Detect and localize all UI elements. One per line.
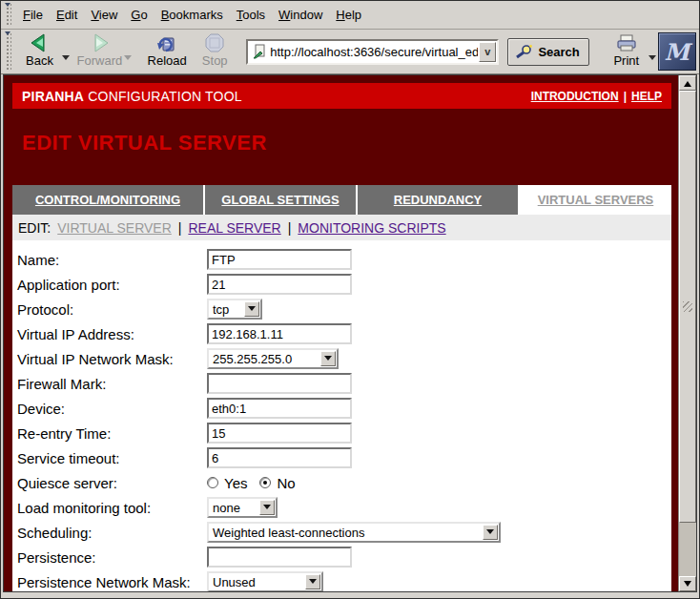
re-entry-time-input[interactable]	[207, 423, 352, 444]
persistence-label: Persistence:	[17, 549, 207, 566]
field-row-persistence: Persistence:	[17, 545, 671, 569]
field-row-scheduling: Scheduling:Weighted least-connections	[17, 520, 671, 545]
tab-control-monitoring-label: CONTROL/MONITORING	[35, 193, 180, 207]
virtual-server-form: Name:Application port:Protocol:tcpVirtua…	[12, 240, 671, 591]
mozilla-logo-letter: M	[665, 38, 690, 66]
virtual-ip-network-mask-select[interactable]: 255.255.255.0	[207, 348, 339, 369]
introduction-link[interactable]: INTRODUCTION	[531, 90, 619, 103]
menu-go[interactable]: Go	[124, 5, 154, 25]
banner-link-separator: |	[624, 90, 627, 103]
menu-window[interactable]: Window	[272, 5, 329, 25]
stop-button[interactable]: Stop	[195, 31, 235, 72]
menu-window-accel: W	[278, 8, 290, 22]
back-dropdown-icon[interactable]	[62, 55, 70, 64]
protocol-select[interactable]: tcp	[207, 299, 262, 320]
forward-icon	[88, 32, 111, 53]
tab-redundancy-label: REDUNDANCY	[394, 193, 482, 207]
device-label: Device:	[17, 401, 207, 417]
subnav-virtual-server: VIRTUAL SERVER	[57, 220, 172, 236]
menu-tools-accel: T	[237, 8, 243, 22]
forward-label: Forward	[77, 53, 123, 68]
navigation-toolbar: Back Forward	[1, 30, 699, 74]
scheduling-select-value: Weighted least-connections	[209, 526, 483, 540]
scroll-up-arrow-icon	[684, 77, 691, 87]
reload-icon	[156, 32, 177, 53]
print-button[interactable]: Print	[607, 31, 647, 72]
url-input[interactable]	[269, 43, 479, 61]
application-port-input[interactable]	[207, 274, 352, 295]
search-button[interactable]: Search	[507, 38, 588, 66]
field-row-name: Name:	[17, 247, 671, 272]
load-monitoring-tool-select-value: none	[209, 501, 259, 515]
tab-virtual-servers[interactable]: VIRTUAL SERVERS	[520, 185, 671, 215]
protocol-select-value: tcp	[209, 302, 244, 317]
scrollbar-thumb[interactable]	[679, 91, 696, 523]
menu-file[interactable]: File	[16, 5, 50, 25]
field-row-load-monitoring-tool: Load monitoring tool:none	[17, 495, 671, 520]
field-row-virtual-ip-network-mask: Virtual IP Network Mask:255.255.255.0	[17, 346, 671, 371]
name-input[interactable]	[207, 249, 352, 270]
subnav-real-server[interactable]: REAL SERVER	[188, 220, 280, 236]
main-tab-bar: CONTROL/MONITORINGGLOBAL SETTINGSREDUNDA…	[12, 185, 671, 215]
scroll-up-button[interactable]	[679, 75, 696, 91]
virtual-ip-network-mask-select-arrow-icon	[320, 351, 336, 366]
field-row-protocol: Protocol:tcp	[17, 297, 671, 321]
service-timeout-input[interactable]	[207, 447, 352, 468]
back-button[interactable]: Back	[20, 31, 60, 72]
protocol-select-arrow-icon	[244, 301, 259, 317]
quiesce-server-yes-radio[interactable]	[207, 477, 218, 488]
persistence-network-mask-select-value: Unused	[209, 575, 305, 589]
back-label: Back	[26, 53, 53, 68]
persistence-network-mask-select-arrow-icon	[305, 574, 320, 589]
app-brand-rest: CONFIGURATION TOOL	[84, 89, 242, 104]
quiesce-server-yes-radio-label: Yes	[224, 475, 247, 491]
reload-button[interactable]: Reload	[147, 31, 187, 72]
field-row-device: Device:	[17, 396, 671, 421]
field-row-persistence-network-mask: Persistence Network Mask:Unused	[17, 569, 671, 591]
scheduling-select[interactable]: Weighted least-connections	[207, 522, 501, 543]
persistence-input[interactable]	[207, 547, 352, 568]
device-input[interactable]	[207, 398, 352, 419]
load-monitoring-tool-select[interactable]: none	[207, 497, 278, 518]
help-link[interactable]: HELP	[631, 90, 662, 103]
tab-global-settings[interactable]: GLOBAL SETTINGS	[205, 185, 356, 215]
menu-bookmarks-accel: B	[161, 8, 170, 22]
service-timeout-label: Service timeout:	[17, 450, 207, 466]
virtual-ip-address-input[interactable]	[207, 323, 352, 344]
field-row-re-entry-time: Re-entry Time:	[17, 421, 671, 445]
subnav-separator: |	[288, 220, 292, 236]
menubar-grippy-handle[interactable]	[5, 4, 11, 27]
menu-bookmarks[interactable]: Bookmarks	[154, 5, 230, 25]
print-dropdown-icon[interactable]	[649, 55, 656, 64]
subnav-prefix: EDIT:	[18, 220, 51, 236]
page-content: PIRANHA CONFIGURATION TOOL INTRODUCTION …	[4, 75, 678, 591]
tab-control-monitoring[interactable]: CONTROL/MONITORING	[12, 185, 203, 215]
scroll-down-button[interactable]	[679, 576, 696, 591]
menu-help[interactable]: Help	[329, 5, 368, 25]
tab-redundancy[interactable]: REDUNDANCY	[358, 185, 518, 215]
tab-virtual-servers-label: VIRTUAL SERVERS	[538, 193, 654, 207]
print-label: Print	[613, 53, 639, 68]
bookmark-icon[interactable]	[252, 44, 266, 59]
forward-button[interactable]: Forward	[77, 31, 123, 72]
quiesce-server-label: Quiesce server:	[17, 475, 207, 491]
menu-view[interactable]: View	[84, 5, 124, 25]
menu-tools[interactable]: Tools	[230, 5, 272, 25]
edit-subnav: EDIT:VIRTUAL SERVER|REAL SERVER|MONITORI…	[12, 215, 671, 240]
menu-edit[interactable]: Edit	[50, 5, 84, 25]
toolbar-grippy-handle[interactable]	[5, 32, 11, 71]
persistence-network-mask-select[interactable]: Unused	[207, 571, 323, 591]
menu-help-accel: H	[336, 8, 344, 22]
forward-dropdown-icon[interactable]	[124, 55, 132, 64]
field-row-firewall-mark: Firewall Mark:	[17, 371, 671, 396]
search-icon	[514, 44, 533, 59]
quiesce-server-no-radio[interactable]	[259, 477, 271, 488]
firewall-mark-input[interactable]	[207, 373, 352, 394]
url-dropdown-icon[interactable]: v	[479, 42, 496, 62]
field-row-service-timeout: Service timeout:	[17, 445, 671, 470]
mozilla-logo[interactable]: M	[658, 32, 696, 71]
stop-icon	[205, 32, 224, 53]
subnav-monitoring-scripts[interactable]: MONITORING SCRIPTS	[298, 220, 445, 236]
scrollbar-track[interactable]	[679, 91, 696, 576]
print-icon	[615, 32, 638, 53]
